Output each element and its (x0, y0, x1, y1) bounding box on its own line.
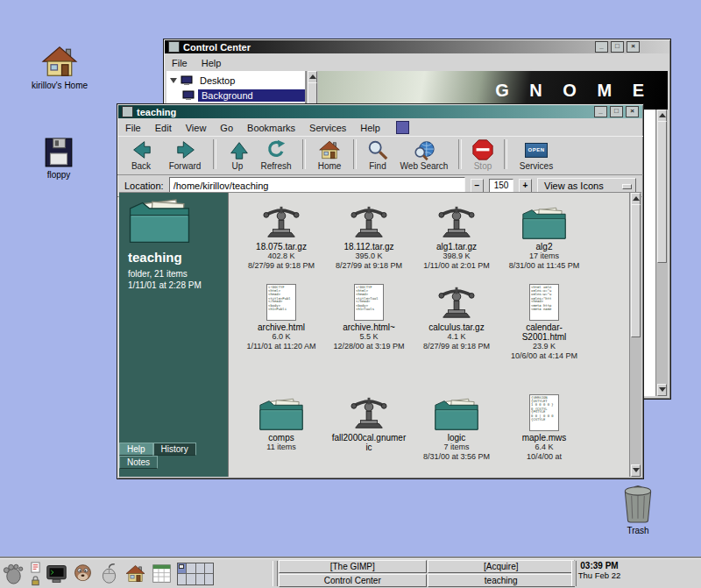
file-item[interactable]: alg2 17 items 8/31/00 at 11:45 PM (500, 196, 588, 277)
window-title: teaching (137, 107, 176, 117)
package-icon (262, 203, 301, 240)
menu-bookmarks[interactable]: Bookmarks (247, 123, 295, 133)
file-size: 6.4 K (506, 443, 582, 452)
scroll-down-icon[interactable] (631, 464, 641, 477)
home-launcher-icon[interactable] (124, 563, 146, 584)
maximize-button[interactable] (610, 106, 623, 117)
refresh-button[interactable]: Refresh (256, 138, 296, 171)
tasklist: [The GIMP] [Acquire] Control Center teac… (279, 560, 575, 587)
mouse-config-icon[interactable] (98, 563, 120, 584)
close-button[interactable] (626, 106, 639, 117)
main-menu-foot-icon[interactable] (2, 562, 25, 585)
home-button[interactable]: Home (312, 138, 347, 171)
file-item[interactable]: {VERSION {USTYLET 1 0 0 0 0 } 0 {CSTYL {… (500, 387, 588, 462)
menu-help[interactable]: Help (202, 58, 222, 68)
file-date: 8/27/99 at 9:18 PM (419, 342, 494, 351)
scroll-up-icon[interactable] (308, 71, 317, 83)
spreadsheet-launcher-icon[interactable] (151, 563, 173, 584)
content-scrollbar[interactable] (629, 193, 641, 477)
location-label: Location: (124, 181, 164, 191)
tab-history[interactable]: History (153, 443, 196, 456)
terminal-launcher-icon[interactable] (46, 563, 67, 584)
menu-edit[interactable]: Edit (155, 123, 172, 133)
task-button-gimp[interactable]: [The GIMP] (279, 560, 427, 573)
lock-icon[interactable] (30, 575, 41, 586)
file-item[interactable]: alg1.tar.gz 398.9 K 1/11/00 at 2:01 PM (413, 196, 500, 277)
expander-icon[interactable] (170, 78, 177, 83)
gimp-launcher-icon[interactable] (72, 563, 94, 584)
file-size: 6.0 K (244, 332, 319, 342)
throbber-icon (396, 121, 409, 134)
file-item[interactable]: <!DOCTYF <html> <head> <title>Publ </hea… (237, 277, 325, 387)
menu-services[interactable]: Services (309, 123, 346, 133)
home-icon (39, 44, 80, 79)
zoom-level: 150 (489, 179, 513, 193)
file-item[interactable]: 18.075.tar.gz 402.8 K 8/27/99 at 9:18 PM (237, 196, 325, 277)
tab-notes[interactable]: Notes (119, 456, 158, 469)
minimize-button[interactable] (594, 106, 607, 117)
monitor-icon (181, 75, 193, 86)
scroll-up-icon[interactable] (657, 110, 667, 122)
up-button[interactable]: Up (223, 138, 252, 171)
scroll-up-icon[interactable] (631, 193, 641, 205)
menu-file[interactable]: File (172, 58, 188, 68)
desktop-icon-trash[interactable]: Trash (599, 482, 676, 535)
menu-go[interactable]: Go (220, 123, 233, 133)
close-button[interactable] (627, 41, 640, 53)
file-date: 8/31/00 at 3:56 PM (419, 452, 494, 462)
web-search-icon (413, 138, 435, 161)
task-button-control-center[interactable]: Control Center (279, 574, 427, 587)
menu-help[interactable]: Help (360, 123, 380, 133)
zoom-out-button[interactable] (471, 179, 484, 194)
window-title: Control Center (183, 42, 251, 53)
file-item[interactable]: logic 7 items 8/31/00 at 3:56 PM (413, 387, 500, 462)
desk-guide-pager[interactable] (177, 563, 214, 585)
minimize-button[interactable] (595, 41, 608, 53)
zoom-in-button[interactable] (519, 179, 532, 194)
menu-view[interactable]: View (186, 123, 207, 133)
forward-icon (173, 138, 196, 161)
file-name: logic (419, 433, 494, 443)
background-scrollbar[interactable] (655, 110, 668, 396)
scroll-down-icon[interactable] (657, 384, 667, 396)
services-button[interactable]: OPEN Services (513, 138, 559, 171)
window-icon (122, 106, 133, 117)
text-file-icon: {VERSION {USTYLET 1 0 0 0 0 } 0 {CSTYL {… (529, 394, 559, 431)
tree-item-background[interactable]: Background (166, 88, 305, 103)
file-item[interactable]: comps 11 items (237, 387, 325, 462)
find-icon (366, 138, 389, 161)
file-size: 7 items (419, 443, 494, 452)
sidebar: teaching folder, 21 items 1/11/01 at 2:2… (119, 193, 228, 477)
desktop-icon-home[interactable]: kirillov's Home (21, 44, 98, 90)
file-size: 17 items (506, 251, 582, 261)
task-button-acquire[interactable]: [Acquire] (428, 560, 576, 573)
menu-file[interactable]: File (125, 123, 141, 133)
file-date: 1/11/01 at 11:20 AM (244, 342, 319, 351)
file-date: 1/11/00 at 2:01 PM (419, 261, 494, 271)
file-view[interactable]: 18.075.tar.gz 402.8 K 8/27/99 at 9:18 PM… (228, 193, 641, 477)
tree-item-desktop[interactable]: Desktop (166, 73, 305, 88)
window-titlebar[interactable]: Control Center (165, 40, 669, 53)
stop-button[interactable]: Stop (468, 138, 498, 171)
file-item[interactable]: fall2000cal.gnumeric (325, 387, 413, 462)
applet-handle[interactable] (273, 561, 278, 586)
file-item[interactable]: 18.112.tar.gz 395.0 K 8/27/99 at 9:18 PM (325, 196, 413, 277)
file-item[interactable]: <html xmln xmlns:o="u xmlns:w="u xmlns="… (500, 277, 588, 387)
file-size: 4.1 K (419, 332, 494, 342)
tab-help[interactable]: Help (119, 443, 153, 456)
task-button-teaching[interactable]: teaching (428, 574, 576, 587)
trash-icon (620, 482, 656, 524)
file-item[interactable]: <!DOCTYF <html> <head> <title>Tool </hea… (325, 277, 413, 387)
desktop-icon-floppy[interactable]: floppy (20, 137, 97, 180)
folder-icon (434, 397, 479, 431)
find-button[interactable]: Find (363, 138, 393, 171)
toolbar: Back Forward Up Refresh Home Find Web Se… (117, 136, 643, 175)
maximize-button[interactable] (611, 41, 624, 53)
window-titlebar[interactable]: teaching (118, 105, 642, 118)
back-button[interactable]: Back (123, 138, 159, 171)
forward-button[interactable]: Forward (163, 138, 207, 171)
file-item[interactable]: calculus.tar.gz 4.1 K 8/27/99 at 9:18 PM (413, 277, 500, 387)
file-size: 402.8 K (244, 251, 319, 261)
web-search-button[interactable]: Web Search (396, 138, 452, 171)
help-doc-icon[interactable] (30, 562, 41, 573)
